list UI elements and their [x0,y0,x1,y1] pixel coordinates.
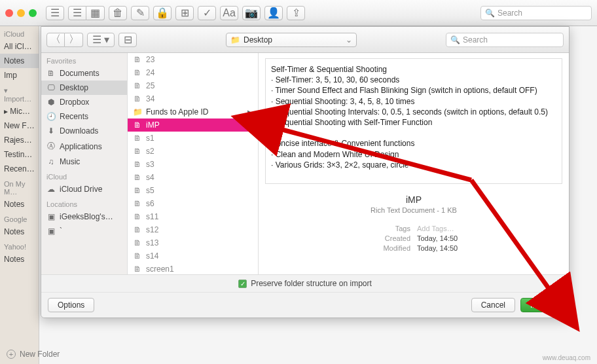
maximize-window-button[interactable] [29,9,37,17]
icloud-header: iCloud [41,169,127,182]
search-icon: 🔍 [450,35,460,45]
table-button[interactable]: ⊞ [175,6,194,20]
preview-subtitle: Rich Text Document - 1 KB [265,206,562,214]
file-item[interactable]: 📁Funds to Apple ID▶ [128,105,258,118]
clock-icon: 🕘 [46,112,56,121]
sidebar-item[interactable]: Testing… [0,147,39,162]
favorites-applications[interactable]: ⒶApplications [41,138,127,155]
favorites-downloads[interactable]: ⬇Downloads [41,124,127,138]
favorites-documents[interactable]: 🗎Documents [41,66,127,81]
forward-button[interactable]: 〉 [65,33,83,47]
file-item[interactable]: 🗎screen1 [128,263,258,274]
preserve-label: Preserve folder structure on import [251,279,372,288]
file-icon: 🗎 [133,264,142,274]
file-item[interactable]: 🗎s4 [128,171,258,184]
favorites-music[interactable]: ♫Music [41,155,127,169]
preserve-checkbox[interactable]: ✓ [238,280,247,288]
file-item[interactable]: 🗎iMP▶ [128,118,258,132]
tags-value[interactable]: Add Tags… [417,225,562,232]
file-item[interactable]: 🗎34 [128,92,258,105]
sidebar-item[interactable]: Notes [0,252,39,266]
share-button[interactable]: 👤 [264,6,283,20]
minimize-window-button[interactable] [17,9,25,17]
file-icon: 🗎 [133,55,142,64]
file-item[interactable]: 🗎s1 [128,132,258,145]
favorites-dropbox[interactable]: ⬢Dropbox [41,95,127,109]
open-dialog: 〈 〉 ☰ ▾ ⊟ 📁 Desktop ⌄ 🔍 Search Favorites… [41,26,570,318]
drive-icon: ▣ [46,212,56,221]
modified-value: Today, 14:50 [417,244,562,252]
favorites-desktop[interactable]: 🖵Desktop [41,81,127,95]
sidebar-header-icloud: iCloud [0,26,39,39]
file-item[interactable]: 🗎s12 [128,223,258,236]
sidebar-header-google: Google [0,211,39,225]
close-window-button[interactable] [5,9,13,17]
cancel-button[interactable]: Cancel [471,298,515,312]
location-item[interactable]: ▣iGeeksBlog's… [41,209,127,224]
file-item[interactable]: 🗎24 [128,66,258,79]
search-icon: 🔍 [485,9,495,18]
export-button[interactable]: ⇪ [287,6,305,20]
sidebar-toggle-button[interactable]: ☰ [46,6,64,20]
file-item[interactable]: 🗎s5 [128,184,258,197]
list-view-button[interactable]: ☰ [68,6,86,20]
options-button[interactable]: Options [48,298,94,312]
sidebar-item[interactable]: Recent… [0,162,39,176]
cloud-icon: ☁ [46,185,56,194]
applications-icon: Ⓐ [46,141,56,152]
sidebar-header-import[interactable]: ▾ Import… [0,82,39,104]
dialog-search[interactable]: 🔍 Search [446,33,564,47]
file-item[interactable]: 🗎s11 [128,210,258,223]
file-item[interactable]: 🗎s6 [128,197,258,210]
file-icon: 🗎 [133,160,142,169]
toolbar-search[interactable]: 🔍 Search [480,6,592,20]
new-folder-button[interactable]: + New Folder [7,350,60,359]
file-item[interactable]: 🗎s13 [128,236,258,249]
file-item[interactable]: 🗎25 [128,79,258,92]
new-folder-label: New Folder [20,350,60,359]
file-icon: 🗎 [133,173,142,182]
import-button[interactable]: Import [520,298,562,312]
sidebar-item[interactable]: New F… [0,118,39,133]
sidebar-item[interactable]: Rajesh… [0,133,39,147]
sidebar-item[interactable]: Notes [0,225,39,239]
file-icon: 🗎 [133,147,142,156]
sidebar-item[interactable]: All iCl… [0,39,39,54]
window-controls [5,9,37,17]
lock-button[interactable]: 🔒 [153,6,172,20]
sidebar-item-notes[interactable]: Notes [0,54,39,68]
chevron-right-icon: ▶ [247,122,253,129]
search-placeholder: Search [463,35,488,45]
grid-view-button[interactable]: ▦ [86,6,105,20]
view-mode-button[interactable]: ☰ ▾ [87,33,115,47]
modified-label: Modified [265,244,410,252]
sidebar-item[interactable]: ▸ Mic… [0,104,39,118]
location-item[interactable]: ▣` [41,224,127,238]
window-toolbar: ☰ ☰ ▦ 🗑 ✎ 🔒 ⊞ ✓ Aa 📷 👤 ⇪ 🔍 Search [0,0,597,26]
file-item[interactable]: 🗎s2 [128,145,258,158]
location-popup[interactable]: 📁 Desktop ⌄ [226,33,357,47]
compose-button[interactable]: ✎ [131,6,149,20]
checklist-button[interactable]: ✓ [198,6,216,20]
font-button[interactable]: Aa [220,6,238,20]
file-icon: 🗎 [133,81,142,90]
file-item[interactable]: 🗎s14 [128,249,258,263]
media-button[interactable]: 📷 [242,6,261,20]
music-icon: ♫ [46,157,56,166]
sidebar-item[interactable]: Imp [0,68,39,82]
chevron-right-icon: ▶ [247,109,253,116]
sidebar-item[interactable]: Notes [0,197,39,211]
sidebar-header-onmymac: On My M… [0,176,39,197]
back-button[interactable]: 〈 [46,33,65,47]
notes-sidebar: iCloud All iCl… Notes Imp ▾ Import… ▸ Mi… [0,26,39,364]
file-icon: 🗎 [133,238,142,247]
file-item[interactable]: 🗎23 [128,53,258,66]
icloud-drive[interactable]: ☁iCloud Drive [41,182,127,196]
watermark: www.deuaq.com [543,354,590,361]
favorites-recents[interactable]: 🕘Recents [41,109,127,124]
trash-button[interactable]: 🗑 [109,6,127,20]
group-button[interactable]: ⊟ [118,33,137,47]
file-item[interactable]: 🗎s3 [128,158,258,171]
file-icon: 🗎 [133,199,142,208]
folder-icon: 📁 [133,107,142,117]
